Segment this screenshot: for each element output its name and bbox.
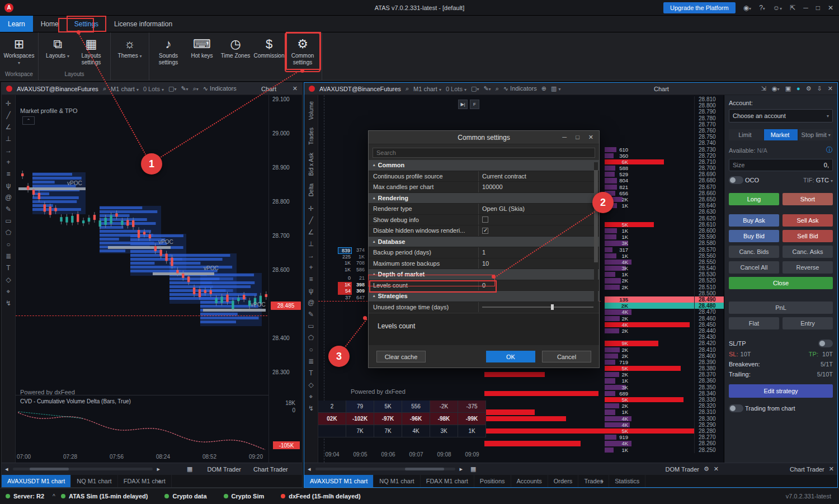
drawing-tool-icon[interactable]: ∠ — [3, 121, 15, 133]
gear-icon[interactable]: ⚙ — [328, 493, 333, 500]
drawing-tool-icon[interactable]: + — [305, 262, 317, 274]
collapse-icon[interactable]: ^ — [53, 493, 55, 500]
dom-row[interactable]: 919 28.270 — [484, 434, 724, 440]
drawing-tool-icon[interactable]: ○ — [3, 238, 15, 250]
pnl-button[interactable]: PnL — [729, 302, 833, 314]
cancel-all-button[interactable]: Cancel All — [729, 261, 779, 274]
drawing-tool-icon[interactable]: ▭ — [305, 321, 317, 332]
trading-from-chart-toggle[interactable] — [729, 404, 743, 412]
cancel-button[interactable]: Cancel — [542, 351, 591, 362]
drawing-tool-icon[interactable]: ○ — [305, 344, 317, 356]
user-icon[interactable]: ☺▾ — [773, 4, 782, 12]
help-icon[interactable]: ?▾ — [759, 4, 765, 12]
add-tab-button[interactable]: + — [153, 475, 166, 487]
pin-icon[interactable]: ⇱ — [790, 4, 795, 12]
drawing-tool-icon[interactable]: ⊥ — [3, 133, 15, 144]
drawing-tool-icon[interactable]: ◇ — [305, 379, 317, 391]
connection-status[interactable]: Crypto data — [164, 493, 206, 500]
dom-row[interactable]: 1K 28.310 — [484, 409, 724, 415]
collapse-icon[interactable]: ▴ — [373, 272, 375, 276]
settings-row[interactable]: ▴ Show debug info — [369, 215, 599, 226]
dom-row[interactable]: 1K 28.250 — [484, 447, 724, 453]
price-axis[interactable]: 29.10029.00028.90028.80028.70028.60028.5… — [268, 95, 302, 463]
ribbon-button[interactable]: ⌨ Hot keys — [185, 34, 219, 71]
settings-row[interactable]: ▴ Disable hidden windows renderi... — [369, 225, 599, 237]
dom-row[interactable]: 1K 28.360 — [484, 378, 724, 384]
columns-icon[interactable]: ▥ ▾ — [551, 85, 560, 92]
zoom-icon[interactable]: ⌕ — [496, 85, 499, 92]
settings-row[interactable]: ▴ Common — [369, 160, 599, 171]
account-select[interactable]: Choose an account▾ — [729, 109, 833, 123]
settings-row[interactable]: ▴ Unused storage time (days) — [369, 302, 599, 313]
dom-row[interactable]: 28.810 — [484, 96, 724, 102]
connection-status[interactable]: ATAS Sim (15-min delayed) — [61, 493, 148, 500]
settings-row[interactable]: ▴ Database — [369, 237, 599, 248]
panel-divider[interactable] — [16, 395, 268, 395]
ribbon-button[interactable]: $ Commission — [252, 34, 286, 71]
sell-bid-button[interactable]: Sell Bid — [783, 230, 833, 242]
collapse-icon[interactable]: ▴ — [373, 163, 375, 167]
chart-tab[interactable]: FDAX M1 chart — [421, 475, 474, 487]
dom-row[interactable]: 2K 28.320 — [484, 403, 724, 409]
close-icon[interactable]: ✕ — [714, 465, 719, 473]
buy-bid-button[interactable]: Buy Bid — [729, 230, 779, 242]
drawing-tool-icon[interactable]: ╱ — [305, 215, 317, 227]
drawing-tool-icon[interactable]: T — [305, 368, 317, 379]
flat-button[interactable]: Flat — [729, 317, 779, 329]
settings-row[interactable]: ▴ Continuous profile source Current cont… — [369, 171, 599, 182]
chart-tab[interactable]: NQ M1 chart — [374, 475, 420, 487]
info-icon[interactable]: ⓘ — [826, 145, 833, 155]
oco-toggle[interactable] — [729, 176, 743, 184]
dom-row[interactable]: 28.800 — [484, 102, 724, 109]
drawing-tool-icon[interactable]: ≡ — [305, 274, 317, 285]
drawing-tool-icon[interactable]: + — [3, 156, 15, 168]
add-tab-button[interactable]: + — [595, 475, 609, 487]
maximize-icon[interactable]: □ — [816, 4, 820, 12]
lots-select[interactable]: 0 Lots ▾ — [446, 86, 466, 92]
drawing-tool-icon[interactable]: ⌖ — [305, 391, 317, 403]
scroll-right-icon[interactable]: ▸ — [460, 465, 463, 473]
connection-status[interactable]: Server: R2 — [6, 493, 44, 500]
breakeven-value[interactable]: 5/1T — [821, 361, 833, 368]
close-icon[interactable]: ✕ — [588, 134, 593, 141]
drawing-tool-icon[interactable]: ψ — [305, 285, 317, 297]
chart-canvas[interactable]: Market profile & TPO ⌃ vPOC vPOC vPOC vP… — [16, 95, 268, 463]
drawing-tool-icon[interactable]: ✎ — [3, 203, 15, 215]
drawing-tool-icon[interactable]: → — [305, 250, 317, 262]
settings-row[interactable]: ▴ Maximum store backups 10 — [369, 258, 599, 270]
screenshot-icon[interactable]: ◉▾ — [743, 4, 752, 12]
collapse-icon[interactable]: ▴ — [373, 294, 375, 298]
setting-value[interactable]: 10 — [482, 260, 489, 267]
size-field[interactable]: Size 0, — [729, 159, 833, 171]
drawing-tool-icon[interactable]: T — [3, 262, 15, 274]
menu-tab[interactable]: License information — [106, 16, 180, 32]
tif-select[interactable]: GTC — [816, 177, 829, 183]
pencil-icon[interactable]: ✎▾ — [181, 85, 188, 92]
ok-button[interactable]: OK — [486, 351, 535, 362]
cancel-asks-button[interactable]: Canc. Asks — [783, 246, 833, 258]
chart-tab[interactable]: Accounts — [511, 475, 548, 487]
drawing-tool-icon[interactable]: ✎ — [305, 309, 317, 321]
close-position-button[interactable]: Close — [729, 277, 833, 289]
dom-row[interactable]: 4K 28.290 — [484, 422, 724, 428]
scroll-right-icon[interactable]: ▸ — [157, 465, 161, 473]
drawing-tool-icon[interactable]: ≣ — [3, 250, 15, 262]
tp-value[interactable]: 10T — [822, 351, 833, 357]
chart-scrollbar[interactable] — [13, 468, 153, 470]
symbol-label[interactable]: AVAXUSDT@BinanceFutures — [319, 86, 401, 92]
drawing-tool-icon[interactable]: ↯ — [305, 403, 317, 414]
close-icon[interactable]: ✕ — [828, 4, 833, 12]
upgrade-platform-button[interactable]: Upgrade the Platform — [663, 2, 736, 13]
drawing-tool-icon[interactable]: ✛ — [3, 97, 15, 109]
sltp-toggle[interactable] — [818, 340, 833, 347]
close-icon[interactable]: ✕ — [829, 465, 834, 473]
sl-value[interactable]: 10T — [741, 351, 751, 357]
cancel-bids-button[interactable]: Canc. Bids — [729, 246, 779, 258]
panel-tab[interactable]: Trades — [308, 128, 314, 145]
dom-row[interactable]: 28.790 — [484, 109, 724, 115]
settings-row[interactable]: ▴ Max candles per chart 100000 — [369, 182, 599, 193]
close-icon[interactable]: ✕ — [293, 85, 298, 92]
checkbox[interactable] — [482, 216, 488, 223]
order-type-tab[interactable]: Market — [764, 129, 798, 140]
minimize-icon[interactable]: ─ — [562, 134, 567, 141]
